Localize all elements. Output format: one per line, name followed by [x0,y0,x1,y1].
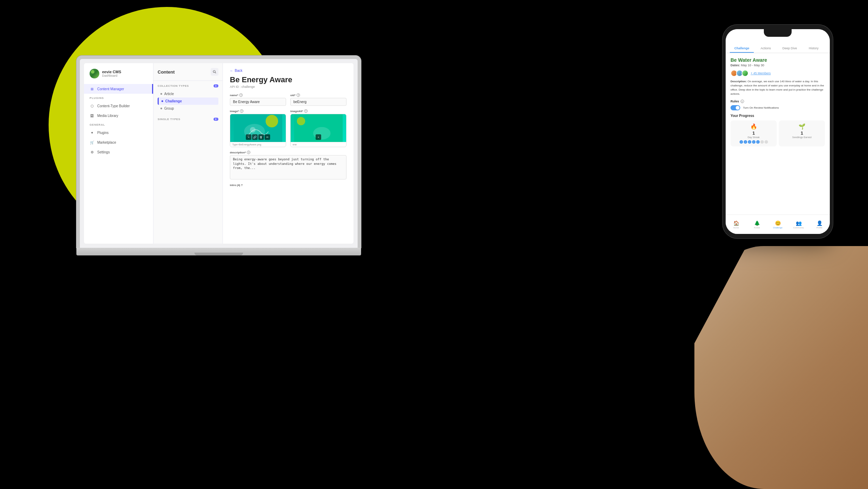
phone-frame: Challenge Actions Deep Dive History Be W… [722,24,833,239]
challenge-description: Description: On average, we each use 140… [731,79,825,96]
sidebar-item-media-library[interactable]: 🖼 Media Library [84,111,153,120]
puzzle-icon: ⬡ [90,103,94,108]
cart-icon: 🛒 [90,140,94,145]
phone-screen: Challenge Actions Deep Dive History Be W… [726,29,830,234]
main-content-area: ← Back Be Energy Aware API ID : challeng… [223,63,353,244]
back-button[interactable]: ← Back [230,69,347,73]
collection-types-label: COLLECTION TYPES [158,84,189,87]
rules-title: Rules i [731,100,825,103]
tab-deep-dive[interactable]: Deep Dive [778,44,802,53]
description-textarea[interactable]: Being energy-aware goes beyond just turn… [230,155,347,179]
phone-navigation: 🏠 Home 🌲 Forest 😊 Challenge 👥 Community … [726,214,830,234]
image-link-btn[interactable]: 🔗 [252,134,258,140]
logo-icon [90,69,99,78]
nav-community[interactable]: 👥 Community [788,218,809,231]
general-label: GENERAL [84,120,153,128]
progress-cards: 🔥 1 Day Streak [731,120,825,146]
dot-icon-active [161,100,163,102]
rules-info-icon[interactable]: i [741,100,744,103]
review-notifications-toggle[interactable] [731,105,740,110]
streak-count: 1 [733,130,774,136]
name-uid-row: name* ? uid* ? [230,93,347,106]
sidebar-item-content-manager[interactable]: ⊞ Content Manager [84,84,153,94]
gear-icon: ⚙ [90,150,94,154]
phone-challenge-content: Be Water Aware Dates: May 10 - May 30 + … [726,53,830,227]
profile-icon: 👤 [817,220,823,226]
name-info-icon[interactable]: ? [239,93,243,97]
uid-field-group: uid* ? [290,93,347,106]
nav-challenge[interactable]: 😊 Challenge [767,218,788,231]
laptop-mockup: eevie CMS Dashboard ⊞ Content Manager PL… [76,56,361,255]
uid-label: uid* ? [290,93,347,97]
streak-card: 🔥 1 Day Streak [731,120,777,146]
collection-types-count: 3 [214,84,219,87]
name-field-group: name* ? [230,93,286,106]
sidebar-item-marketplace[interactable]: 🛒 Marketplace [84,137,153,147]
content-item-group[interactable]: Group [158,105,218,112]
streak-dot-5 [756,140,760,144]
image-field-group: image* ? [230,109,286,147]
imagealt-info-icon[interactable]: ? [304,109,308,113]
phone-mockup: Challenge Actions Deep Dive History Be W… [722,24,833,239]
grid-icon: ⊞ [90,86,94,91]
dot-icon [160,93,162,95]
tab-history[interactable]: History [802,44,826,53]
name-input[interactable] [230,98,286,106]
nav-forest[interactable]: 🌲 Forest [746,218,767,231]
streak-dot-6 [760,140,764,144]
streak-label: Day Streak [733,136,774,139]
image-label: image* ? [230,109,286,113]
svg-point-3 [266,115,278,127]
api-id: API ID : challenge [230,85,347,88]
tab-challenge[interactable]: Challenge [730,44,754,53]
content-item-article[interactable]: Article [158,90,218,98]
search-icon [213,70,216,74]
content-item-challenge[interactable]: Challenge [158,98,218,105]
image-edit-btn[interactable]: ✏ [265,134,270,140]
seedlings-card: 🌱 1 Seedlings Earned [779,120,825,146]
laptop-base [76,248,361,255]
streak-dot-1 [740,140,743,144]
image-action-buttons: + 🔗 🗑 ✏ [246,134,270,140]
back-arrow-icon: ← [230,69,233,73]
imagealt-add-btn[interactable]: + [316,134,321,140]
plugins-label: PLUGINS [84,94,153,101]
challenge-dates: Dates: May 10 - May 30 [731,64,825,67]
imagealt-action-buttons: + [316,134,321,140]
app-name: eevie CMS [102,70,121,74]
image-info-icon[interactable]: ? [240,109,243,113]
members-link[interactable]: + 45 Members [751,71,771,75]
image-add-btn[interactable]: + [246,134,251,140]
members-row: + 45 Members [731,70,825,77]
nav-profile[interactable]: 👤 Profile [809,218,830,231]
image-upload-area[interactable]: + 🔗 🗑 ✏ Type=BeEnergyAware.png [230,114,286,147]
tab-actions[interactable]: Actions [754,44,778,53]
collection-types-section: COLLECTION TYPES 3 Article Challenge Gro… [153,81,223,114]
uid-input[interactable] [290,98,347,106]
nav-home[interactable]: 🏠 Home [726,218,746,231]
search-button[interactable] [211,68,218,76]
app-sub: Dashboard [102,74,121,77]
page-title: Be Energy Aware [230,75,347,84]
streak-dot-4 [752,140,756,144]
uid-info-icon[interactable]: ? [297,93,300,97]
imagealt-field-group: imageAlt* ? [290,109,347,147]
sidebar-item-settings[interactable]: ⚙ Settings [84,147,153,157]
sidebar-item-content-type-builder[interactable]: ⬡ Content-Type Builder [84,101,153,111]
sidebar-item-plugins[interactable]: ✦ Plugins [84,128,153,137]
description-label: description* ? [230,151,347,154]
single-types-section: SINGLE TYPES 0 [153,114,223,126]
hand-image [694,246,868,489]
image-delete-btn[interactable]: 🗑 [258,134,264,140]
challenge-icon: 😊 [775,220,781,226]
phone-tabs: Challenge Actions Deep Dive History [726,44,830,53]
seedlings-icon: 🌱 [782,123,822,130]
image-filename: Type=BeEnergyAware.png [230,142,286,147]
phone-notch [764,29,792,37]
nav-forest-label: Forest [754,227,760,229]
forest-icon: 🌲 [754,220,760,226]
logo-area: eevie CMS Dashboard [84,69,153,84]
svg-point-5 [250,127,256,133]
description-info-icon[interactable]: ? [247,151,250,154]
imagealt-upload-area[interactable]: + ene [290,114,347,147]
